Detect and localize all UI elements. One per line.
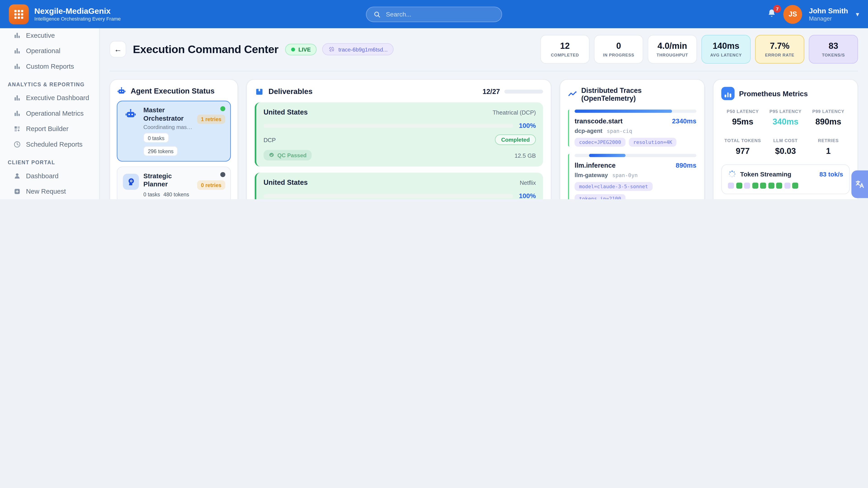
sidebar-item-report-builder[interactable]: Report Builder xyxy=(5,121,93,137)
kpi-value: 83 xyxy=(829,41,838,51)
retries-badge: 1 retries xyxy=(197,115,225,124)
kpi-completed: 12COMPLETED xyxy=(540,35,590,64)
user-role: Manager xyxy=(809,15,848,22)
trace-service: dcp-agent xyxy=(575,127,602,134)
trace-bar xyxy=(575,154,696,157)
agent-tasks: 0 tasks xyxy=(143,191,160,197)
app-logo-icon[interactable] xyxy=(9,4,29,24)
notifications-bell[interactable]: 7 xyxy=(767,8,777,20)
back-button[interactable]: ← xyxy=(110,41,126,57)
kpi-error-rate: 7.7%ERROR RATE xyxy=(755,35,804,64)
kpi-label: IN PROGRESS xyxy=(603,53,634,58)
status-dot-idle xyxy=(220,172,225,177)
avatar[interactable]: JS xyxy=(783,5,802,24)
brand-block: Nexgile-MediaGenix Intelligence Orchestr… xyxy=(34,7,121,22)
head-gear-icon xyxy=(126,177,135,187)
sidebar-item-dashboard[interactable]: Dashboard xyxy=(5,168,93,184)
live-label: LIVE xyxy=(298,46,311,52)
metric-p99: P99 LATENCY890ms xyxy=(807,109,850,126)
sidebar-item-label: Scheduled Reports xyxy=(26,140,83,148)
deliverable-progress-bar xyxy=(264,194,513,198)
search-input[interactable] xyxy=(385,10,495,18)
kpi-value: 12 xyxy=(560,41,569,51)
deliverables-progress-count: 12/27 xyxy=(483,88,500,95)
user-icon xyxy=(13,172,21,180)
sidebar-item-operational[interactable]: Operational xyxy=(5,43,93,59)
trace-tag: resolution=4K xyxy=(629,138,677,147)
sidebar: Executive Operational Custom Reports ANA… xyxy=(0,28,100,199)
trace-span[interactable]: transcode.start2340ms dcp-agentspan-ciq … xyxy=(568,109,696,147)
deliverable-pct: 100% xyxy=(519,122,536,129)
fingerprint-icon xyxy=(329,46,335,53)
token-stream-cells xyxy=(728,183,843,189)
deliverable-pct: 100% xyxy=(519,192,536,199)
sidebar-item-custom-reports[interactable]: Custom Reports xyxy=(5,59,93,74)
trace-badge[interactable]: trace-6b9g1m6tsd... xyxy=(322,43,394,55)
sidebar-item-scheduled-reports[interactable]: Scheduled Reports xyxy=(5,137,93,152)
sidebar-item-label: New Request xyxy=(26,188,66,195)
sidebar-item-label: Operational xyxy=(26,47,60,55)
trace-span-id: span-0yn xyxy=(612,172,638,178)
deliverable-size: 12.5 GB xyxy=(515,152,536,158)
bar-chart-icon xyxy=(13,32,21,39)
metric-retries: RETRIES1 xyxy=(807,138,850,156)
trace-span-id: span-ciq xyxy=(607,128,632,134)
sidebar-item-operational-metrics[interactable]: Operational Metrics xyxy=(5,106,93,121)
bar-chart-icon xyxy=(13,63,21,70)
search-bar[interactable] xyxy=(366,6,502,22)
bar-chart-icon xyxy=(13,47,21,55)
sidebar-item-label: Dashboard xyxy=(26,172,59,180)
kpi-label: COMPLETED xyxy=(551,53,579,58)
robot-icon xyxy=(117,86,126,96)
trace-span[interactable]: llm.inference890ms llm-gatewayspan-0yn m… xyxy=(568,154,696,199)
sidebar-item-label: Executive Dashboard xyxy=(26,94,89,102)
sidebar-section-analytics: ANALYTICS & REPORTING xyxy=(8,81,91,88)
deliverable-card[interactable]: United StatesTheatrical (DCP) 100% DCPCo… xyxy=(255,102,543,166)
translate-widget[interactable] xyxy=(851,170,868,198)
kpi-row: 12COMPLETED 0IN PROGRESS 4.0/minTHROUGHP… xyxy=(540,35,858,64)
kpi-value: 7.7% xyxy=(770,41,789,51)
trace-tag: model=claude-3-5-sonnet xyxy=(575,182,652,191)
sidebar-item-label: Operational Metrics xyxy=(26,109,84,117)
agent-tasks: 0 tasks xyxy=(143,133,169,143)
agent-card-master-orchestrator[interactable]: Master Orchestrator Coordinating masteri… xyxy=(117,101,231,162)
trace-tag: codec=JPEG2000 xyxy=(575,138,625,147)
deliverable-region: United States xyxy=(264,179,308,186)
metric-llm-cost: LLM COST$0.03 xyxy=(764,138,807,156)
agent-tokens: 296 tokens xyxy=(143,146,178,156)
page-header: ← Execution Command Center LIVE trace-6b… xyxy=(110,35,858,71)
metric-p50: P50 LATENCY95ms xyxy=(721,109,764,126)
sidebar-item-executive-dashboard[interactable]: Executive Dashboard xyxy=(5,90,93,106)
kpi-label: THROUGHPUT xyxy=(657,53,688,58)
agent-subtitle: Coordinating mastering a... xyxy=(143,124,193,130)
top-bar: Nexgile-MediaGenix Intelligence Orchestr… xyxy=(0,0,868,28)
trace-duration: 2340ms xyxy=(672,117,696,125)
agent-card-strategic-planner[interactable]: Strategic Planner 0 tasks480 tokens 0 re… xyxy=(117,166,231,199)
bar-chart-icon xyxy=(13,94,21,102)
deliverable-platform: Netflix xyxy=(520,179,536,186)
panel-title: Deliverables xyxy=(269,88,313,96)
brand-tagline: Intelligence Orchestrating Every Frame xyxy=(34,16,121,22)
agent-tokens: 480 tokens xyxy=(163,191,189,197)
sidebar-item-new-request[interactable]: New Request xyxy=(5,184,93,199)
deliverable-card[interactable]: United StatesNetflix 100% IMFCompleted Q… xyxy=(255,173,543,199)
kpi-label: TOKENS/S xyxy=(822,53,845,58)
user-block[interactable]: John Smith Manager xyxy=(809,6,848,22)
panel-title: Prometheus Metrics xyxy=(739,90,808,98)
trace-id: trace-6b9g1m6tsd... xyxy=(338,46,388,52)
notification-badge: 7 xyxy=(774,5,781,12)
kpi-value: 4.0/min xyxy=(657,41,687,51)
spinner-icon xyxy=(728,170,736,178)
search-icon xyxy=(373,10,381,18)
panel-title: Distributed Traces (OpenTelemetry) xyxy=(581,87,696,102)
pulse-line-icon xyxy=(568,90,577,99)
deliverable-progress-bar xyxy=(264,124,513,127)
kpi-value: 0 xyxy=(616,41,621,51)
chevron-down-icon[interactable]: ▾ xyxy=(856,10,859,18)
translate-icon xyxy=(855,179,865,189)
sidebar-item-executive[interactable]: Executive xyxy=(5,28,93,43)
agent-execution-status-panel: Agent Execution Status Master Orchestrat… xyxy=(110,79,238,199)
app-window: Nexgile-MediaGenix Intelligence Orchestr… xyxy=(0,0,868,199)
clock-icon xyxy=(13,140,21,148)
deliverables-panel: Deliverables 12/27 United StatesTheatric… xyxy=(246,79,551,199)
